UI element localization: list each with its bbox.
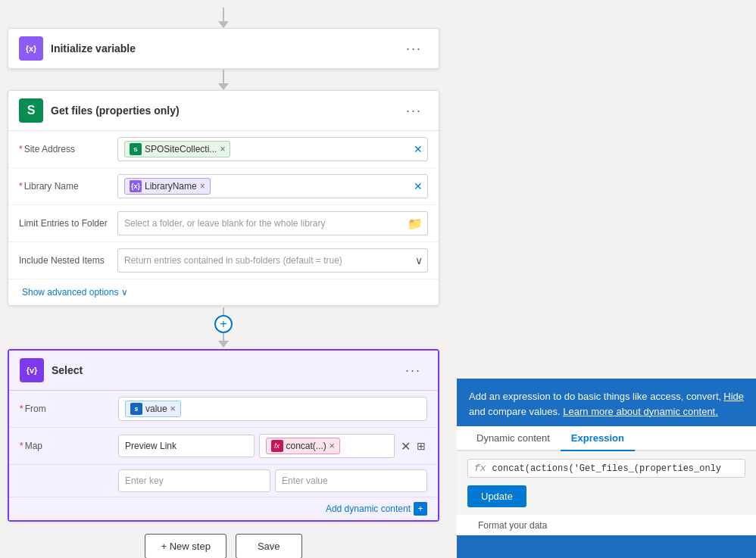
from-required: * [20,404,23,414]
expression-input[interactable]: concat(actions('Get_files_(properties_on… [492,463,739,474]
map-key-input[interactable]: Preview Link [118,435,255,457]
map-empty-value[interactable]: Enter value [275,469,427,492]
value-tag: s value × [125,401,181,417]
map-fields-container: Preview Link fx concat(...) × ✕ ⊞ [118,434,427,458]
map-value-input[interactable]: fx concat(...) × [259,434,395,458]
var-tag-icon: {x} [130,180,142,192]
tab-dynamic-label: Dynamic content [476,432,550,444]
main-canvas: {x} Initialize variable ··· S Get files … [0,0,756,558]
site-required: * [19,144,23,154]
library-name-row: *Library Name {x} LibraryName × ✕ [8,168,439,205]
library-name-label: *Library Name [19,181,117,192]
library-name-field[interactable]: {x} LibraryName × ✕ [117,174,428,198]
connector-line-1 [223,70,224,83]
map-action-icons: ✕ ⊞ [399,438,427,455]
add-step-button[interactable]: + [214,315,233,333]
map-label: *Map [20,441,118,451]
add-dynamic-label: Add dynamic content [326,503,411,514]
connector-line-top [223,8,224,21]
get-files-menu[interactable]: ··· [400,100,428,122]
connector-arrow-1 [218,83,229,90]
save-button[interactable]: Save [236,534,302,558]
sharepoint-icon: S [19,98,43,123]
site-address-label: *Site Address [19,144,117,154]
bottom-buttons: + New step Save [145,534,301,558]
folder-icon: 📁 [408,217,423,231]
concat-tag: fx concat(...) × [266,438,340,454]
include-nested-row: Include Nested Items Return entries cont… [8,242,439,279]
from-label: *From [20,404,118,414]
from-field[interactable]: s value × [118,397,427,421]
fx-icon: fx [474,463,486,474]
select-body: *From s value × *Map [9,391,438,520]
top-connector [218,8,229,28]
initialize-variable-menu[interactable]: ··· [400,38,428,60]
add-dynamic-button[interactable]: Add dynamic content + [326,502,427,516]
spo-tag-close[interactable]: × [220,144,225,154]
hide-button[interactable]: Hide [723,389,744,404]
map-copy-icon[interactable]: ⊞ [415,438,427,454]
initialize-variable-card: {x} Initialize variable ··· [8,28,439,70]
map-empty-row: Enter key Enter value [9,465,438,497]
get-files-body: *Site Address S SPOSiteCollecti... × ✕ [8,131,439,305]
spo-tag-icon: S [130,143,142,155]
connector-line-plus-top [223,307,224,315]
site-address-row: *Site Address S SPOSiteCollecti... × ✕ [8,131,439,168]
library-name-clear[interactable]: ✕ [414,180,423,192]
map-empty-key[interactable]: Enter key [118,469,270,492]
limit-entries-placeholder: Select a folder, or leave blank for the … [124,218,325,229]
select-icon: {v} [20,358,44,382]
value-tag-icon: s [130,403,142,415]
map-key-value: Preview Link [125,441,177,451]
plus-connector: + [214,307,233,348]
expression-input-row: fx concat(actions('Get_files_(properties… [467,459,745,478]
select-card: {v} Select ··· *From s value × [8,349,439,522]
value-tag-close[interactable]: × [170,404,176,414]
map-delete-icon[interactable]: ✕ [399,438,412,455]
new-step-button[interactable]: + New step [145,534,226,558]
get-files-title: Get files (properties only) [51,104,400,117]
map-label-row: *Map Preview Link fx concat(...) × [9,428,438,465]
variable-icon: {x} [19,36,43,61]
spo-tag-label: SPOSiteCollecti... [145,144,217,154]
site-address-field[interactable]: S SPOSiteCollecti... × ✕ [117,137,428,161]
include-nested-field[interactable]: Return entries contained in sub-folders … [117,248,428,273]
panel-tabs: Dynamic content Expression [457,426,756,451]
value-tag-label: value [145,404,167,414]
library-tag-close[interactable]: × [200,181,205,192]
update-button[interactable]: Update [467,485,526,507]
right-panel: Hide Add an expression to do basic thing… [457,379,756,558]
format-label: Format your data [467,517,558,531]
limit-entries-field[interactable]: Select a folder, or leave blank for the … [117,211,428,235]
include-nested-placeholder: Return entries contained in sub-folders … [124,255,342,266]
site-address-clear[interactable]: ✕ [414,143,423,155]
from-row: *From s value × [9,391,438,428]
tab-expression-label: Expression [571,432,624,444]
get-files-card: S Get files (properties only) ··· *Site … [8,90,439,306]
show-advanced-label: Show advanced options [22,287,118,298]
learn-more-link[interactable]: Learn more about dynamic content. [563,406,718,417]
panel-info: Hide Add an expression to do basic thing… [457,379,756,426]
learn-more-text: Learn more about [563,406,641,417]
show-advanced-options[interactable]: Show advanced options ∨ [8,279,439,305]
dropdown-icon: ∨ [415,254,423,267]
tab-dynamic-content[interactable]: Dynamic content [466,426,561,451]
select-menu[interactable]: ··· [399,360,427,382]
concat-tag-label: concat(...) [286,441,326,451]
concat-tag-close[interactable]: × [330,441,335,451]
select-header: {v} Select ··· [9,351,438,391]
map-required: * [20,441,23,451]
add-dynamic-icon: + [414,502,427,516]
library-tag-label: LibraryName [145,181,197,192]
flow-area: {x} Initialize variable ··· S Get files … [0,0,447,558]
connector-arrow-top [218,21,229,28]
map-empty-value-placeholder: Enter value [282,475,328,486]
include-nested-label: Include Nested Items [19,255,117,266]
connector-line-plus-bottom [223,333,224,341]
library-name-tag: {x} LibraryName × [124,178,211,195]
expression-section: fx concat(actions('Get_files_(properties… [457,451,756,515]
add-dynamic-section: Add dynamic content + [9,497,438,520]
tab-expression[interactable]: Expression [561,426,635,451]
library-required: * [19,181,23,192]
format-section: Format your data [457,515,756,535]
